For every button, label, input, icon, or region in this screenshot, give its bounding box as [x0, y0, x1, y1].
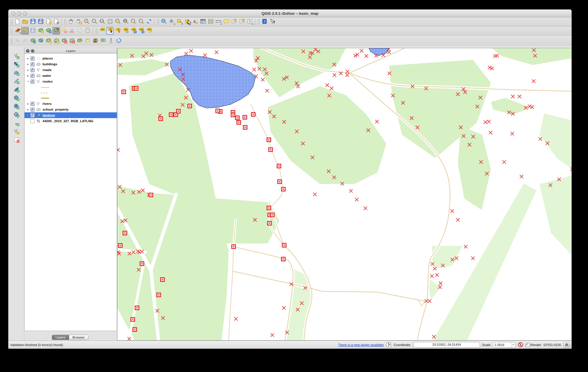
show-hide-labels-button[interactable]: abc: [122, 27, 130, 35]
tab-layers[interactable]: Layers: [52, 335, 69, 340]
composer-manager-button[interactable]: [52, 18, 60, 26]
toolbar-grip[interactable]: [10, 28, 12, 34]
plugin-available-link[interactable]: There is a new plugin available: [338, 343, 384, 347]
add-part-button[interactable]: ✳: [52, 37, 60, 45]
toolbar-grip[interactable]: [95, 28, 97, 34]
measure-button[interactable]: ▼: [215, 18, 222, 26]
render-checkbox[interactable]: [526, 343, 530, 347]
undo-button[interactable]: [13, 37, 21, 45]
toolbar-grip[interactable]: [10, 19, 12, 25]
run-feature-action-button[interactable]: ▼: [168, 18, 175, 26]
delete-ring-button[interactable]: [60, 37, 68, 45]
text-annotation-button[interactable]: T▼: [246, 18, 254, 26]
toolbar-grip[interactable]: [10, 38, 12, 44]
new-project-button[interactable]: [13, 18, 21, 26]
add-ring-button[interactable]: ✳: [45, 37, 52, 45]
toolbar-grip[interactable]: [157, 19, 159, 25]
symbology-item-dashed[interactable]: [25, 90, 117, 95]
map-canvas[interactable]: [117, 48, 572, 341]
labeling-options-button[interactable]: abc: [98, 27, 106, 35]
layer-item-routes[interactable]: ▼routes: [25, 79, 117, 84]
layer-visibility-checkbox[interactable]: [30, 119, 35, 123]
zoom-to-layer-button[interactable]: [122, 18, 130, 26]
layer-item-rivers[interactable]: ▶rivers: [25, 101, 117, 107]
dropdown-arrow-icon[interactable]: ▼: [220, 23, 222, 25]
add-vector-layer-button[interactable]: [12, 53, 21, 60]
delete-selected-button[interactable]: [60, 27, 68, 35]
pan-to-selection-button[interactable]: ✳: [75, 18, 83, 26]
minimize-window-button[interactable]: [17, 12, 21, 16]
select-by-expression-button[interactable]: ε: [191, 18, 199, 26]
layer-visibility-checkbox[interactable]: [30, 68, 35, 72]
redo-button[interactable]: [21, 37, 29, 45]
zoom-full-button[interactable]: [106, 18, 114, 26]
title-bar[interactable]: QGIS 2.0.1–Dufour – basic_map: [8, 10, 572, 17]
plugin-icon[interactable]: [386, 342, 391, 347]
pin-labels-button[interactable]: ab: [106, 27, 114, 35]
add-postgis-layer-button[interactable]: [12, 70, 21, 77]
zoom-next-button[interactable]: [137, 18, 145, 26]
toolbar-grip[interactable]: [258, 19, 260, 25]
save-project-as-button[interactable]: [37, 18, 45, 26]
symbology-item-solid[interactable]: [25, 84, 117, 90]
move-label-button[interactable]: abc: [130, 27, 137, 35]
new-print-composer-button[interactable]: ✳: [45, 18, 52, 26]
add-wcs-layer-button[interactable]: [12, 103, 21, 111]
toolbar-grip[interactable]: [64, 19, 66, 25]
cut-features-button[interactable]: [68, 27, 76, 35]
add-mssql-layer-button[interactable]: [12, 86, 21, 94]
save-project-button[interactable]: [29, 18, 37, 26]
select-features-button[interactable]: ▼: [175, 18, 183, 26]
new-shapefile-layer-button[interactable]: ✳: [12, 128, 21, 136]
remove-layer-button[interactable]: [12, 137, 21, 144]
expand-arrow-icon[interactable]: ▶: [26, 57, 30, 60]
split-features-button[interactable]: [91, 37, 99, 45]
pan-map-button[interactable]: [67, 18, 75, 26]
rotate-point-symbols-button[interactable]: [115, 37, 123, 45]
merge-attributes-button[interactable]: [107, 37, 115, 45]
scale-combo[interactable]: 1:2819▼: [493, 342, 515, 347]
layer-item-roads[interactable]: ▶roads: [25, 67, 117, 73]
scale-dropdown-icon[interactable]: ▼: [511, 342, 515, 347]
delete-part-button[interactable]: [68, 37, 76, 45]
rotate-feature-button[interactable]: [29, 37, 37, 45]
tab-browser[interactable]: Browser: [69, 335, 88, 340]
highlight-pinned-labels-button[interactable]: ab: [114, 27, 122, 35]
show-bookmarks-button[interactable]: [238, 18, 246, 26]
zoom-last-button[interactable]: [130, 18, 137, 26]
merge-features-button[interactable]: [99, 37, 107, 45]
expand-arrow-icon[interactable]: ▶: [26, 69, 30, 71]
zoom-window-button[interactable]: [23, 12, 27, 16]
layer-visibility-checkbox[interactable]: [30, 113, 35, 118]
layer-visibility-checkbox[interactable]: [30, 79, 35, 84]
deselect-all-button[interactable]: [183, 18, 191, 26]
new-bookmark-button[interactable]: [230, 18, 238, 26]
rotate-label-button[interactable]: abc: [137, 27, 145, 35]
expand-arrow-icon[interactable]: ▶: [26, 103, 30, 105]
zoom-to-selection-button[interactable]: [114, 18, 122, 26]
move-feature-button[interactable]: [45, 27, 52, 35]
layer-visibility-checkbox[interactable]: [30, 74, 35, 78]
symbology-item-thick[interactable]: [25, 95, 117, 101]
zoom-in-button[interactable]: [83, 18, 90, 26]
change-label-button[interactable]: abc: [145, 27, 153, 35]
expand-arrow-icon[interactable]: ▶: [26, 108, 30, 111]
add-spatialite-layer-button[interactable]: [12, 78, 21, 85]
layer-item-landuse[interactable]: ▶landuse: [25, 112, 117, 118]
close-window-button[interactable]: [11, 12, 15, 16]
add-wfs-layer-button[interactable]: [12, 111, 21, 119]
zoom-native-button[interactable]: 1:1: [98, 18, 106, 26]
field-calculator-button[interactable]: [207, 18, 215, 26]
current-edits-button[interactable]: ▼: [13, 27, 21, 35]
add-delimited-text-layer-button[interactable]: ,: [12, 120, 21, 127]
layer-item-water[interactable]: ▶water: [25, 73, 117, 79]
layer-item-buildings[interactable]: ▶buildings: [25, 61, 117, 67]
fill-ring-button[interactable]: [76, 37, 84, 45]
layer-item-places[interactable]: ▶places: [25, 55, 117, 61]
zoom-out-button[interactable]: [90, 18, 98, 26]
paste-features-button[interactable]: [84, 27, 91, 35]
coordinate-input[interactable]: 20.51852,-34.01434: [413, 342, 480, 347]
add-raster-layer-button[interactable]: [12, 61, 21, 69]
node-tool-button[interactable]: [52, 27, 60, 35]
add-wms-layer-button[interactable]: ?: [12, 95, 21, 102]
